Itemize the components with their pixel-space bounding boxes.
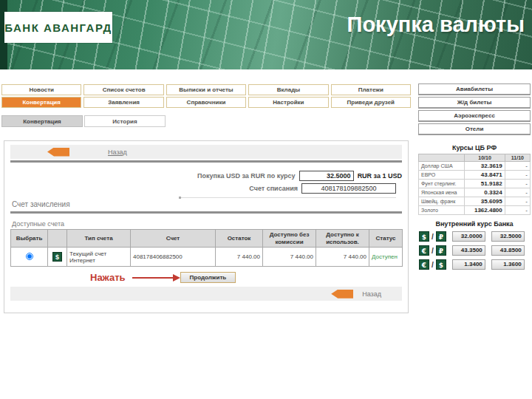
nav-tab-accounts-list[interactable]: Список счетов xyxy=(83,84,163,95)
purchase-form: Покупка USD за RUR по курсу RUR за 1 USD… xyxy=(10,169,402,194)
col-status: Статус xyxy=(369,230,403,248)
available-accounts-label: Доступные счета xyxy=(12,220,402,228)
bank-logo[interactable]: БАНК АВАНГАРД xyxy=(4,12,112,43)
account-radio[interactable] xyxy=(26,253,33,260)
subtab-history[interactable]: История xyxy=(84,115,166,127)
cb-rate-row: Фунт стерлинг. 51.9182 - xyxy=(419,180,531,188)
back-bar-bottom: Назад xyxy=(10,287,402,301)
cb-col-date2: 11/10 xyxy=(505,154,530,162)
available-no-fee-cell: 7 440.00 xyxy=(263,248,316,267)
col-account-number: Счет xyxy=(131,230,216,248)
table-row: $ Текущий счет Интернет 408178406882500 … xyxy=(11,248,403,267)
nav-tab-deposits[interactable]: Вклады xyxy=(248,84,328,95)
rub-icon: ₽ xyxy=(436,231,446,242)
pair-separator: / xyxy=(432,233,434,241)
accounts-table-header: Выбрать Тип счета Счет Остаток Доступно … xyxy=(11,230,403,248)
debit-account-input[interactable] xyxy=(301,183,396,194)
page: БАНК АВАНГАРД Покупка валюты Новости Спи… xyxy=(0,0,532,399)
header: БАНК АВАНГАРД Покупка валюты xyxy=(0,0,532,69)
sell-rate-box[interactable]: 1.3600 xyxy=(491,259,525,270)
internal-rate-row-eur-usd: € / $ 1.3400 1.3600 xyxy=(419,259,530,270)
divider xyxy=(10,211,402,214)
credit-section-title: Счет зачисления xyxy=(12,200,402,208)
nav-tab-directories[interactable]: Справочники xyxy=(166,97,246,108)
internal-rates: $ / ₽ 32.0000 32.5000 € / ₽ 43.3500 43.8… xyxy=(418,231,531,270)
rate-label: Покупка USD за RUR по курсу xyxy=(197,172,296,180)
col-available-use: Доступно к использов. xyxy=(316,230,369,248)
nav-tab-settings[interactable]: Настройки xyxy=(248,97,328,108)
col-icon xyxy=(48,230,67,248)
cb-rates-title: Курсы ЦБ РФ xyxy=(418,144,531,151)
buy-rate-box[interactable]: 43.3500 xyxy=(452,245,485,256)
nav-tab-refer-friends[interactable]: Приведи друзей xyxy=(331,97,411,108)
subtab-conversion[interactable]: Конвертация xyxy=(1,115,83,127)
subtabs: Конвертация История xyxy=(1,115,166,127)
pair-separator: / xyxy=(432,247,434,255)
balance-cell: 7 440.00 xyxy=(216,248,263,267)
usd-icon: $ xyxy=(436,259,446,270)
press-hint-label: Нажать xyxy=(90,272,126,283)
page-title: Покупка валюты xyxy=(347,13,525,37)
usd-icon: $ xyxy=(419,231,429,242)
nav-tab-statements[interactable]: Выписки и отчеты xyxy=(166,84,246,95)
account-number-cell: 408178406882500 xyxy=(131,248,216,267)
cb-rate-row: ЕВРО 43.8471 - xyxy=(419,171,531,180)
rates-sidebar: Курсы ЦБ РФ 10/10 11/10 Доллар США 32.36… xyxy=(418,142,531,273)
dollar-icon: $ xyxy=(52,252,62,262)
rate-input[interactable] xyxy=(299,171,354,181)
back-arrow-icon[interactable] xyxy=(331,290,353,299)
nav-tab-applications[interactable]: Заявления xyxy=(83,97,163,108)
cb-rates-table: 10/10 11/10 Доллар США 32.3619 - ЕВРО 43… xyxy=(418,154,531,215)
service-aeroexpress[interactable]: Аэроэкспресс xyxy=(418,110,531,122)
account-currency-cell: $ xyxy=(48,248,67,267)
rub-icon: ₽ xyxy=(436,245,446,256)
back-bar-top: Назад xyxy=(10,145,402,159)
cb-rate-row: Японская иена 0.3324 - xyxy=(419,188,531,197)
divider xyxy=(10,160,402,163)
bank-logo-text: БАНК АВАНГАРД xyxy=(4,21,112,34)
rate-row: Покупка USD за RUR по курсу RUR за 1 USD xyxy=(10,169,402,182)
debit-account-label: Счет списания xyxy=(249,185,298,192)
cb-rate-row: Золото 1362.4800 - xyxy=(419,206,531,215)
internal-rate-row-usd-rub: $ / ₽ 32.0000 32.5000 xyxy=(419,231,530,242)
pair-separator: / xyxy=(432,261,434,269)
continue-button[interactable]: Продолжить xyxy=(180,272,236,283)
buy-rate-box[interactable]: 1.3400 xyxy=(452,259,485,270)
service-rail-tickets[interactable]: Ж/д билеты xyxy=(418,97,531,109)
col-account-type: Тип счета xyxy=(67,230,131,248)
divider xyxy=(180,197,396,198)
nav-tab-payments[interactable]: Платежи xyxy=(331,84,411,95)
cb-rate-row: Швейц. франк 35.6095 - xyxy=(419,197,531,206)
buy-rate-box[interactable]: 32.0000 xyxy=(452,231,485,242)
back-arrow-icon[interactable] xyxy=(47,148,69,157)
nav-tab-conversion[interactable]: Конвертация xyxy=(1,97,81,108)
main-nav: Новости Список счетов Выписки и отчеты В… xyxy=(1,84,411,108)
back-link-top[interactable]: Назад xyxy=(108,149,127,156)
service-air-tickets[interactable]: Авиабилеты xyxy=(418,83,531,95)
accounts-table: Выбрать Тип счета Счет Остаток Доступно … xyxy=(10,229,403,267)
col-select: Выбрать xyxy=(11,230,48,248)
col-available-no-fee: Доступно без комиссии xyxy=(263,230,316,248)
back-link-bottom[interactable]: Назад xyxy=(362,290,381,298)
debit-account-row: Счет списания xyxy=(10,182,402,194)
services-menu: Авиабилеты Ж/д билеты Аэроэкспресс Отели xyxy=(418,83,531,135)
cb-col-date1: 10/10 xyxy=(465,154,505,162)
action-row: Нажать Продолжить xyxy=(90,272,402,283)
status-badge: Доступен xyxy=(369,248,403,267)
main-panel: Назад Покупка USD за RUR по курсу RUR за… xyxy=(4,140,409,313)
col-balance: Остаток xyxy=(216,230,263,248)
internal-rate-row-eur-rub: € / ₽ 43.3500 43.8500 xyxy=(419,245,530,256)
pointer-arrow-icon xyxy=(132,277,174,279)
account-type-cell: Текущий счет Интернет xyxy=(67,248,131,267)
service-hotels[interactable]: Отели xyxy=(418,123,531,135)
eur-icon: € xyxy=(419,245,429,256)
internal-rates-title: Внутренний курс Банка xyxy=(418,220,531,228)
account-select-cell xyxy=(11,248,48,267)
eur-icon: € xyxy=(419,259,429,270)
cb-rate-row: Доллар США 32.3619 - xyxy=(419,162,531,171)
nav-tab-news[interactable]: Новости xyxy=(1,84,81,95)
sell-rate-box[interactable]: 32.5000 xyxy=(491,231,525,242)
available-use-cell: 7 440.00 xyxy=(316,248,369,267)
rate-suffix: RUR за 1 USD xyxy=(358,172,402,180)
sell-rate-box[interactable]: 43.8500 xyxy=(491,245,525,256)
